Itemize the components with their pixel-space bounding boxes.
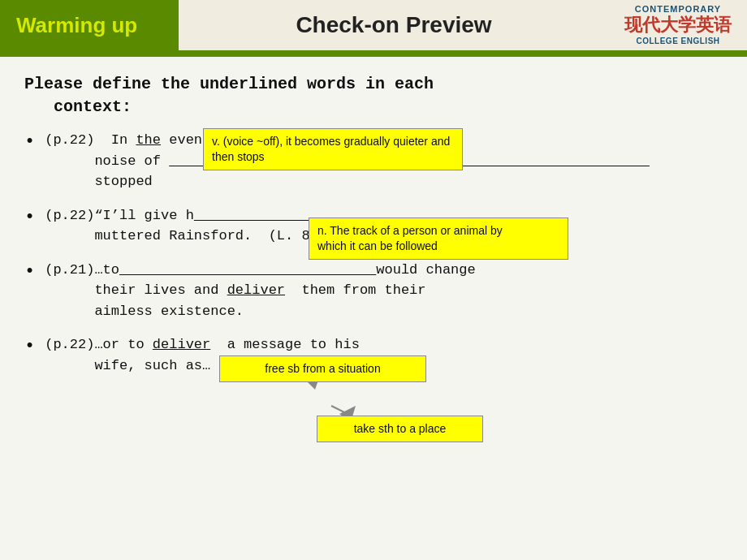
header: Warming up Check-on Preview CONTEMPORARY… [0,0,747,50]
bullet-dot: • [24,258,35,285]
tooltip-4: take sth to a place [317,416,483,442]
tooltip-2: n. The track of a person or animal bywhi… [309,218,568,260]
bullet-dot: • [24,128,35,155]
intro-text: Please define the underlined words in ea… [24,73,723,118]
logo-chinese-text: 现代大学英语 [624,15,732,36]
tooltip-3: free sb from a situation [219,355,426,382]
tooltip-1: v. (voice ~off), it becomes gradually qu… [203,128,463,170]
bullet-dot: • [24,333,35,360]
svg-line-7 [331,406,348,414]
warming-up-label: Warming up [0,0,179,50]
list-item: • (p.21)…to would change their lives and… [24,260,723,322]
green-divider [0,50,747,57]
logo: CONTEMPORARY 现代大学英语 COLLEGE ENGLISH [609,0,747,50]
tooltip-2-text: n. The track of a person or animal bywhi… [317,224,503,252]
logo-bottom-text: COLLEGE ENGLISH [636,37,719,46]
logo-top-text: CONTEMPORARY [635,4,721,15]
bullet-dot: • [24,204,35,230]
page-title: Check-on Preview [179,0,609,50]
bullet-text-3: (p.21)…to would change their lives and d… [45,260,723,322]
